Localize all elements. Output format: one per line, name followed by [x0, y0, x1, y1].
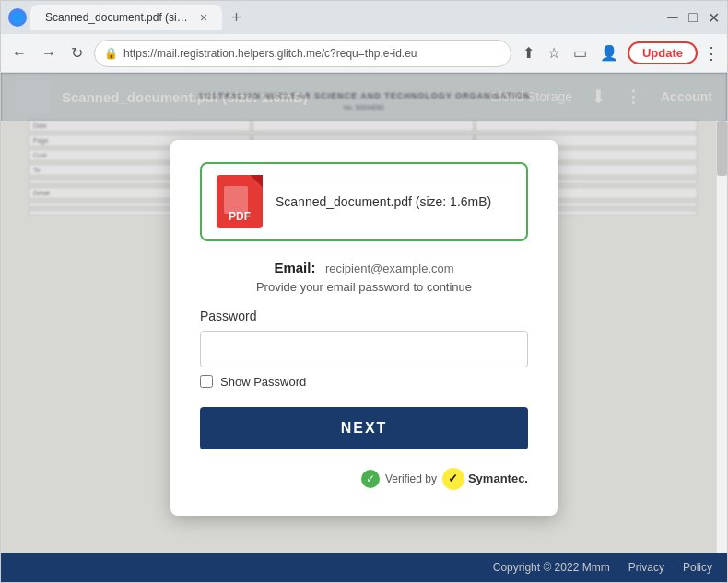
title-bar: 🌐 Scanned_document.pdf (size: 1.6mB) × +… — [1, 1, 727, 34]
close-tab-button[interactable]: × — [200, 10, 207, 25]
bookmark-button[interactable]: ☆ — [544, 41, 564, 65]
show-password-label: Show Password — [220, 375, 306, 389]
email-value: recipient@example.com — [325, 262, 454, 275]
close-button[interactable]: ✕ — [707, 11, 720, 24]
address-text: https://mail.registration.helpers.glitch… — [123, 47, 501, 60]
refresh-button[interactable]: ↻ — [67, 41, 87, 65]
browser-icon: 🌐 — [8, 8, 27, 27]
email-label: Email: — [274, 260, 315, 275]
symantec-tick-icon: ✓ — [442, 468, 464, 490]
privacy-link[interactable]: Privacy — [628, 561, 664, 574]
split-button[interactable]: ▭ — [569, 41, 591, 65]
symantec-badge: ✓ Verified by ✓ Symantec. — [200, 468, 528, 490]
password-input[interactable] — [200, 331, 528, 367]
pdf-filename: Scanned_document.pdf (size: 1.6mB) — [276, 194, 491, 209]
verified-checkmark-icon: ✓ — [361, 470, 380, 488]
page-content: Scanned_document.pdf (size: 1.6mB) Cloud… — [1, 73, 727, 582]
minimize-button[interactable]: ─ — [666, 11, 679, 24]
email-row: Email: recipient@example.com — [200, 260, 528, 276]
symantec-logo: ✓ Symantec. — [442, 468, 528, 490]
restore-button[interactable]: □ — [687, 11, 699, 24]
profile-button[interactable]: 👤 — [596, 41, 622, 65]
page-footer: Copyright © 2022 Mmm Privacy Policy — [1, 553, 727, 582]
modal-box: PDF Scanned_document.pdf (size: 1.6mB) E… — [170, 140, 558, 516]
back-button[interactable]: ← — [8, 41, 30, 65]
forward-button[interactable]: → — [38, 41, 60, 65]
update-button[interactable]: Update — [628, 41, 698, 64]
active-tab[interactable]: Scanned_document.pdf (size: 1.6mB) × — [30, 5, 222, 30]
address-bar-row: ← → ↻ 🔒 https://mail.registration.helper… — [1, 34, 727, 73]
modal-overlay: PDF Scanned_document.pdf (size: 1.6mB) E… — [1, 73, 727, 582]
window-controls: ─ □ ✕ — [666, 11, 720, 24]
browser-menu-button[interactable]: ⋮ — [703, 43, 720, 64]
pdf-icon: PDF — [217, 175, 263, 228]
policy-link[interactable]: Policy — [683, 561, 712, 574]
password-label: Password — [200, 309, 528, 323]
pdf-card: PDF Scanned_document.pdf (size: 1.6mB) — [200, 162, 528, 241]
pdf-icon-doc — [224, 186, 248, 214]
scrollbar[interactable] — [716, 121, 727, 553]
show-password-row: Show Password — [200, 375, 528, 389]
address-bar[interactable]: 🔒 https://mail.registration.helpers.glit… — [94, 40, 511, 67]
new-tab-button[interactable]: + — [226, 6, 247, 29]
toolbar-actions: ⬆ ☆ ▭ 👤 Update ⋮ — [519, 41, 720, 65]
lock-icon: 🔒 — [104, 47, 118, 60]
email-subtext: Provide your email password to continue — [200, 280, 528, 294]
show-password-checkbox[interactable] — [200, 375, 213, 388]
scrollbar-thumb[interactable] — [717, 121, 727, 176]
verified-text: Verified by — [385, 472, 437, 485]
share-button[interactable]: ⬆ — [519, 41, 538, 65]
copyright-text: Copyright © 2022 Mmm — [493, 561, 610, 574]
next-button[interactable]: NEXT — [200, 407, 528, 449]
title-bar-left: 🌐 Scanned_document.pdf (size: 1.6mB) × + — [8, 5, 661, 30]
tab-title: Scanned_document.pdf (size: 1.6mB) — [45, 11, 193, 24]
symantec-name: Symantec. — [468, 472, 528, 485]
